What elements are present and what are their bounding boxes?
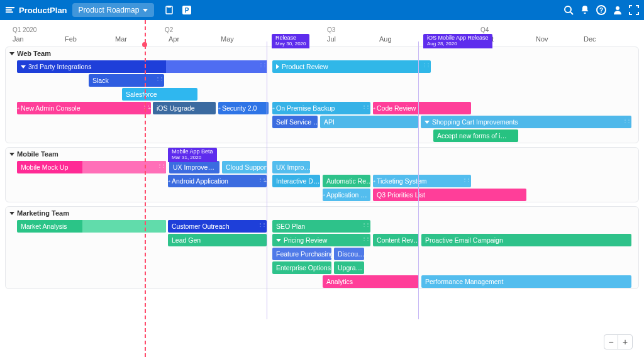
milestone-line [267,41,267,319]
timeline-bar[interactable]: Pricing Review⋮⋮ [272,234,370,246]
timeline-bar[interactable]: Automatic Re… [323,175,370,187]
timeline-bar[interactable]: Lead Gen [168,234,267,246]
timeline-bar[interactable]: Self Service … [272,116,318,128]
svg-line-8 [570,12,573,14]
timeline-bar[interactable]: UX Impro… [272,161,310,173]
timeline-bar[interactable]: Performance Management [421,275,631,288]
grip-icon[interactable]: ⋮⋮ [362,222,369,228]
timeline-bar[interactable]: Code Review⊶ [373,102,471,114]
timeline-bar[interactable]: Application …⊶ [323,189,370,201]
svg-rect-1 [6,9,12,11]
milestone-marker[interactable]: iOS Mobile App ReleaseAug 28, 2020 [423,34,492,48]
chevron-down-icon [425,121,430,124]
lane-row: Slack⋮⋮ [6,74,638,87]
timeline-bar[interactable]: Security 2.0⊶ [218,102,269,114]
timeline-bar[interactable]: Cloud Support [222,161,267,173]
quarter-label: Q3 [327,26,335,33]
roadmap-label: Product Roadmap [79,6,140,14]
lane-group: Mobile TeamMobile App BetaMar 31, 2020Mo… [5,147,639,202]
grip-icon[interactable]: ⋮⋮ [157,163,165,168]
grip-icon[interactable]: ⋮⋮ [258,62,266,68]
lane-title[interactable]: Mobile Team [6,148,638,160]
timeline-bar[interactable]: Proactive Email Campaign [421,234,631,246]
expand-icon[interactable] [629,5,639,15]
timeline-bar[interactable]: Android Application⋮⋮⊶⊷ [168,175,267,187]
zoom-out-button[interactable]: − [604,335,618,349]
quarter-label: Q1 2020 [13,26,36,33]
timeline-bar[interactable]: Q3 Priorities List [373,189,526,201]
timeline-bar[interactable]: 3rd Party Integrations⋮⋮ [17,60,267,73]
grip-icon[interactable]: ⋮⋮ [362,104,369,109]
grip-icon[interactable]: ⋮⋮ [258,222,265,228]
timeline-bar[interactable]: iOS Upgrade [153,102,216,114]
timeline-bar[interactable]: New Admin Console⋮⋮⊶⊷ [17,102,151,114]
grip-icon[interactable]: ⋮⋮ [623,118,630,123]
clipboard-button[interactable] [162,3,177,18]
grip-icon[interactable]: ⋮⋮ [422,62,430,68]
timeline-bar[interactable]: Mobile Mock Up⋮⋮ [17,161,166,173]
timeline-bar[interactable]: Content Rev… [373,234,419,246]
user-icon[interactable] [613,5,623,15]
lane-row: New Admin Console⋮⋮⊶⊷iOS UpgradeSecurity… [6,101,638,115]
roadmap-selector[interactable]: Product Roadmap [72,3,155,17]
timeline-bar[interactable]: Accept new forms of i… [433,129,518,142]
grip-icon[interactable]: ⋮⋮ [362,236,369,241]
bar-label: Feature Purchasing [276,250,331,258]
timeline-bar[interactable]: Slack⋮⋮ [89,74,164,87]
parking-button[interactable]: P [179,3,194,18]
link-icon: ⊶ [218,106,221,111]
milestone-marker[interactable]: ReleaseMay 30, 2020 [272,34,309,48]
zoom-in-button[interactable]: + [618,335,632,349]
bar-label: Cloud Support [226,163,267,171]
timeline-bar[interactable]: On Premise Backup⋮⋮⊶ [272,102,370,114]
timeline-bar[interactable]: Feature Purchasing [272,248,331,260]
search-icon[interactable] [564,5,574,15]
timeline-bar[interactable]: API [320,116,418,128]
link-icon: ⊶ [373,178,375,184]
timeline-bar[interactable]: Salesforce [122,88,197,101]
lane-title[interactable]: Web Team [6,47,638,60]
timeline-bar[interactable]: Ticketing System⋮⋮⊶ [373,175,471,187]
month-label: Jul [327,35,336,43]
timeline-bar[interactable]: Market Analysis [17,220,166,233]
timeline-bar[interactable]: Enterprise Options [272,261,331,274]
timeline-bar[interactable]: Upgra… [334,261,364,274]
timeline-bar[interactable]: UX Improve… [169,161,219,173]
timeline-bar[interactable]: SEO Plan⋮⋮ [272,220,370,233]
bar-label: Self Service … [276,118,318,126]
month-label: Apr [169,35,179,43]
timeline-bar[interactable]: Analytics [323,275,419,288]
milestone-marker[interactable]: Mobile App BetaMar 31, 2020 [168,148,217,162]
bar-label: Slack [92,77,109,84]
link-icon: ⊶ [373,106,375,111]
bell-icon[interactable] [580,5,590,15]
link-icon: ⊶ [17,106,19,111]
bar-label: Accept new forms of i… [437,132,507,140]
svg-point-11 [616,6,619,10]
bar-label: Automatic Re… [326,177,370,185]
lane-body: Market AnalysisCustomer Outreach⋮⋮SEO Pl… [6,219,638,288]
svg-text:?: ? [599,7,603,14]
grip-icon[interactable]: ⋮⋮ [155,76,163,82]
bar-label: Product Review [282,63,328,70]
timeline-bar[interactable]: Discou… [334,248,364,260]
today-line [145,20,146,357]
grip-icon[interactable]: ⋮⋮ [462,177,470,182]
help-icon[interactable]: ? [596,5,606,15]
timeline-bar[interactable]: Customer Outreach⋮⋮ [168,220,267,233]
timeline-bar[interactable]: Product Review⋮⋮ [272,60,431,73]
logo[interactable]: ProductPlan [5,6,67,15]
bar-label: Mobile Mock Up [21,163,68,171]
lane-title[interactable]: Marketing Team [6,207,638,219]
timeline-bar[interactable]: Interactive D… [272,175,320,187]
timeline-bar[interactable]: Shopping Cart Improvements⋮⋮ [421,116,631,128]
month-label: Dec [584,35,596,43]
bar-segment [166,60,267,73]
bar-label: Code Review [377,104,416,112]
chevron-right-icon [276,64,279,69]
bar-label: Ticketing System [377,177,427,185]
svg-rect-0 [6,7,14,8]
bar-label: Market Analysis [21,222,67,230]
bar-segment [82,220,166,233]
caret-down-icon [9,212,14,215]
